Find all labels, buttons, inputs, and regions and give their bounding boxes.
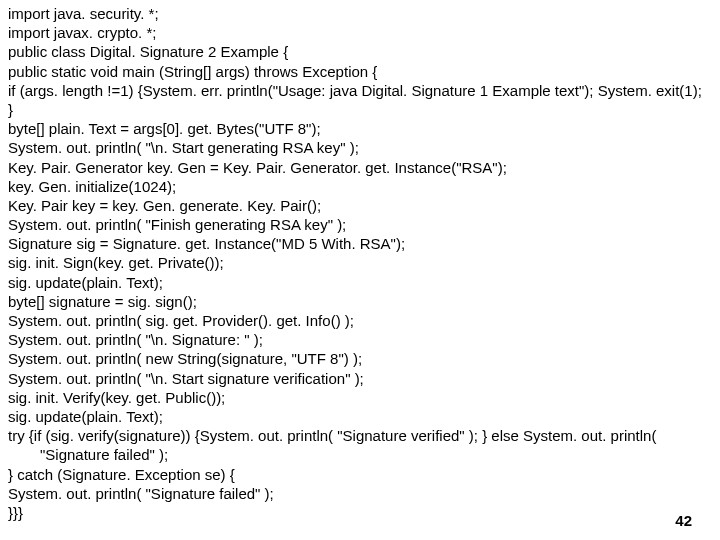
code-line: key. Gen. initialize(1024);: [8, 177, 708, 196]
code-line: if (args. length !=1) {System. err. prin…: [8, 81, 708, 119]
code-line: try {if (sig. verify(signature)) {System…: [8, 426, 708, 445]
code-line: System. out. println( "\n. Start signatu…: [8, 369, 708, 388]
code-line: Signature sig = Signature. get. Instance…: [8, 234, 708, 253]
code-line: System. out. println( "\n. Start generat…: [8, 138, 708, 157]
code-line: sig. init. Verify(key. get. Public());: [8, 388, 708, 407]
code-line: }}}: [8, 503, 708, 522]
code-line: import javax. crypto. *;: [8, 23, 708, 42]
code-line: System. out. println( "Signature failed"…: [8, 484, 708, 503]
code-line: byte[] plain. Text = args[0]. get. Bytes…: [8, 119, 708, 138]
code-line: System. out. println( "\n. Signature: " …: [8, 330, 708, 349]
code-line: sig. update(plain. Text);: [8, 273, 708, 292]
code-line: sig. update(plain. Text);: [8, 407, 708, 426]
code-line: System. out. println( sig. get. Provider…: [8, 311, 708, 330]
page-number: 42: [675, 511, 692, 530]
code-line: System. out. println( new String(signatu…: [8, 349, 708, 368]
code-line: } catch (Signature. Exception se) {: [8, 465, 708, 484]
code-line: byte[] signature = sig. sign();: [8, 292, 708, 311]
code-line: "Signature failed" );: [8, 445, 708, 464]
code-line: Key. Pair key = key. Gen. generate. Key.…: [8, 196, 708, 215]
code-line: public class Digital. Signature 2 Exampl…: [8, 42, 708, 61]
code-line: import java. security. *;: [8, 4, 708, 23]
code-line: System. out. println( "Finish generating…: [8, 215, 708, 234]
code-line: sig. init. Sign(key. get. Private());: [8, 253, 708, 272]
code-line: Key. Pair. Generator key. Gen = Key. Pai…: [8, 158, 708, 177]
code-slide: import java. security. *; import javax. …: [0, 0, 720, 528]
code-line: public static void main (String[] args) …: [8, 62, 708, 81]
